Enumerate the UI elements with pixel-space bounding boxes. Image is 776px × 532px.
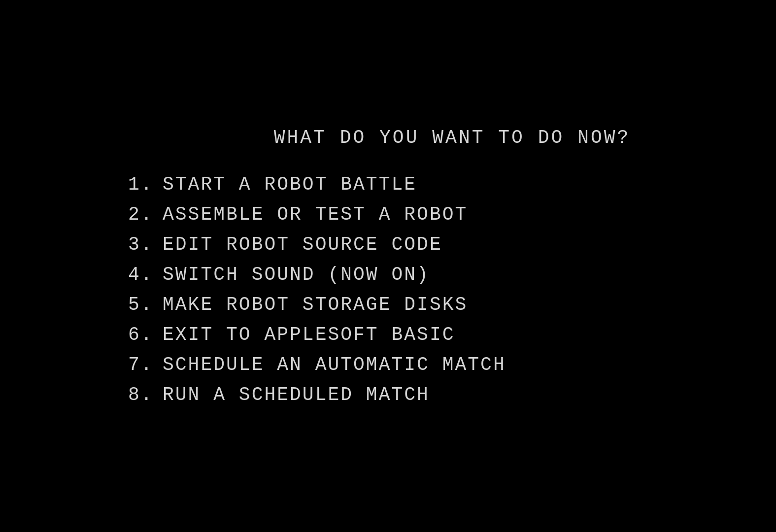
menu-item-2[interactable]: 2.ASSEMBLE OR TEST A ROBOT: [128, 204, 506, 225]
menu-item-1[interactable]: 1.START A ROBOT BATTLE: [128, 174, 506, 195]
menu-text-2: ASSEMBLE OR TEST A ROBOT: [163, 204, 468, 225]
menu-item-5[interactable]: 5.MAKE ROBOT STORAGE DISKS: [128, 294, 506, 315]
menu-number-3: 3.: [128, 234, 163, 255]
menu-number-2: 2.: [128, 204, 163, 225]
menu-text-3: EDIT ROBOT SOURCE CODE: [163, 234, 442, 255]
menu-number-6: 6.: [128, 324, 163, 345]
menu-list: 1.START A ROBOT BATTLE2.ASSEMBLE OR TEST…: [128, 174, 506, 405]
menu-item-8[interactable]: 8.RUN A SCHEDULED MATCH: [128, 384, 506, 405]
menu-item-6[interactable]: 6.EXIT TO APPLESOFT BASIC: [128, 324, 506, 345]
menu-text-1: START A ROBOT BATTLE: [163, 174, 417, 195]
menu-item-7[interactable]: 7.SCHEDULE AN AUTOMATIC MATCH: [128, 354, 506, 375]
menu-text-4: SWITCH SOUND (NOW ON): [163, 264, 430, 285]
menu-text-8: RUN A SCHEDULED MATCH: [163, 384, 430, 405]
menu-item-4[interactable]: 4.SWITCH SOUND (NOW ON): [128, 264, 506, 285]
menu-text-7: SCHEDULE AN AUTOMATIC MATCH: [163, 354, 506, 375]
menu-number-1: 1.: [128, 174, 163, 195]
screen-title: WHAT DO YOU WANT TO DO NOW?: [244, 127, 631, 148]
menu-number-4: 4.: [128, 264, 163, 285]
menu-number-7: 7.: [128, 354, 163, 375]
menu-text-6: EXIT TO APPLESOFT BASIC: [163, 324, 455, 345]
menu-item-3[interactable]: 3.EDIT ROBOT SOURCE CODE: [128, 234, 506, 255]
main-screen: WHAT DO YOU WANT TO DO NOW? 1.START A RO…: [0, 0, 776, 532]
menu-number-8: 8.: [128, 384, 163, 405]
menu-number-5: 5.: [128, 294, 163, 315]
menu-text-5: MAKE ROBOT STORAGE DISKS: [163, 294, 468, 315]
